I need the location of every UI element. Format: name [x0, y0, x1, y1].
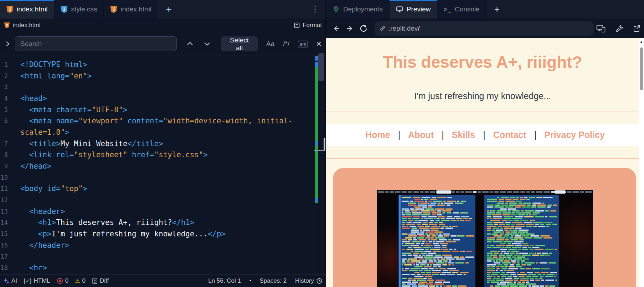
- line-number: 3: [0, 83, 8, 91]
- line-number: 8: [0, 151, 8, 158]
- new-tab-button[interactable]: +: [491, 5, 503, 14]
- tab-index-html[interactable]: 5 index.html: [0, 0, 55, 19]
- code-text: <title>My Mini Website</title>: [8, 139, 163, 148]
- indentation-setting[interactable]: Spaces: 2: [259, 277, 287, 285]
- tab-label: style.css: [71, 5, 97, 13]
- warnings-status[interactable]: ⚠ 0: [75, 277, 86, 285]
- code-text: <h1>This deserves A+, riiight?</h1>: [8, 218, 194, 227]
- code-line[interactable]: 4<head>: [0, 93, 326, 104]
- nav-link-skills[interactable]: Skills: [452, 130, 475, 140]
- editor-tabbar: 5 index.html 3 style.css 5 index.html + …: [0, 0, 326, 19]
- css-file-icon: 3: [61, 6, 68, 13]
- code-editor[interactable]: 1<!DOCTYPE html>2<html lang="en">34<head…: [0, 56, 326, 274]
- scroll-up-arrow-icon[interactable]: ▲: [639, 40, 643, 44]
- html-file-icon: 5: [4, 22, 10, 29]
- preview-scrollbar-thumb[interactable]: [640, 47, 643, 90]
- close-search-icon[interactable]: ✕: [316, 40, 322, 48]
- code-line[interactable]: 1<!DOCTYPE html>: [0, 59, 326, 70]
- code-line[interactable]: 18 <hr>: [0, 262, 326, 273]
- code-text: <head>: [8, 94, 47, 103]
- code-text: <meta name="viewport" content="width=dev…: [8, 117, 293, 125]
- tab-deployments[interactable]: Deployments: [326, 0, 390, 19]
- code-line[interactable]: 12: [0, 194, 326, 206]
- code-line[interactable]: 9</head>: [0, 160, 326, 172]
- whole-word-toggle[interactable]: am: [298, 41, 308, 47]
- code-line[interactable]: 13 <header>: [0, 206, 326, 217]
- back-icon[interactable]: [332, 25, 341, 32]
- ai-status[interactable]: AI: [4, 277, 17, 285]
- new-tab-button[interactable]: +: [163, 5, 174, 14]
- code-text: <link rel="stylesheet" href="style.css">: [8, 150, 208, 159]
- history-label: History: [295, 277, 314, 285]
- code-line[interactable]: scale=1.0">: [0, 127, 326, 138]
- format-button[interactable]: Format: [294, 22, 322, 29]
- forward-icon[interactable]: [346, 25, 354, 32]
- next-match-icon[interactable]: [203, 41, 211, 46]
- url-field[interactable]: .replit.dev/: [375, 21, 594, 36]
- code-text: scale=1.0">: [8, 128, 69, 137]
- warning-count: 0: [82, 277, 86, 285]
- open-external-icon[interactable]: [633, 25, 640, 32]
- tab-preview[interactable]: Preview: [390, 0, 438, 19]
- url-text: .replit.dev/: [388, 25, 420, 32]
- monitor-icon: [396, 6, 403, 13]
- toggle-replace-chevron-icon[interactable]: [5, 41, 10, 47]
- tabbar-filler: + ⋮: [158, 0, 326, 19]
- code-line[interactable]: 11<body id="top">: [0, 183, 326, 195]
- search-input[interactable]: [15, 36, 177, 51]
- code-line[interactable]: 17: [0, 251, 326, 262]
- code-line[interactable]: 16 </header>: [0, 240, 326, 251]
- code-line[interactable]: 5 <meta charset="UTF-8">: [0, 104, 326, 116]
- code-line[interactable]: 7 <title>My Mini Website</title>: [0, 138, 326, 149]
- devtools-devices-icon[interactable]: [596, 25, 606, 32]
- nav-link-contact[interactable]: Contact: [493, 130, 526, 140]
- line-number: 11: [0, 185, 8, 192]
- ruler-marker: [315, 198, 318, 202]
- code-line[interactable]: 6 <meta name="viewport" content="width=d…: [0, 115, 326, 127]
- errors-status[interactable]: 0: [57, 277, 68, 285]
- diff-status[interactable]: Diff: [92, 277, 109, 285]
- code-line[interactable]: 15 <p>I'm just refreshing my knowledge..…: [0, 228, 326, 240]
- error-icon: [57, 278, 63, 284]
- line-number: 15: [0, 230, 8, 237]
- previous-match-icon[interactable]: [186, 41, 194, 46]
- code-line[interactable]: 10: [0, 172, 326, 183]
- line-number: 17: [0, 253, 8, 260]
- ai-sparkles-icon: [4, 278, 9, 284]
- nav-link-privacy-policy[interactable]: Privacy Policy: [544, 130, 605, 140]
- addressbar-tools: [594, 25, 640, 32]
- preview-scrollbar-track[interactable]: ▲: [639, 38, 644, 287]
- select-all-button[interactable]: Select all: [221, 36, 257, 51]
- wrench-icon[interactable]: [615, 25, 623, 32]
- code-line[interactable]: 14 <h1>This deserves A+, riiight?</h1>: [0, 217, 326, 229]
- tab-options-kebab-icon[interactable]: ⋮: [309, 5, 321, 14]
- tab-index-html-2[interactable]: 5 index.html: [104, 0, 158, 19]
- code-text: <html lang="en">: [8, 72, 92, 80]
- cursor-position[interactable]: Ln 56, Col 1: [208, 277, 241, 285]
- line-number: 1: [0, 61, 8, 68]
- search-widget: Select all Aa /*/ am ✕: [0, 32, 326, 56]
- breadcrumb: 5 index.html Format: [0, 19, 326, 32]
- match-case-toggle[interactable]: Aa: [266, 40, 274, 48]
- code-text: <header>: [8, 207, 65, 216]
- editor-pane: 5 index.html 3 style.css 5 index.html + …: [0, 0, 326, 287]
- nav-link-home[interactable]: Home: [365, 130, 390, 140]
- page-title: This deserves A+, riiight?: [326, 52, 639, 72]
- reload-icon[interactable]: [359, 24, 368, 33]
- code-text: </header>: [8, 241, 69, 250]
- code-text: <body id="top">: [8, 184, 87, 193]
- bullet-icon: •: [249, 278, 251, 283]
- browser-addressbar: .replit.dev/: [326, 19, 644, 38]
- tab-console[interactable]: >_ Console: [437, 0, 486, 19]
- editor-scrollbar-thumb[interactable]: [318, 53, 324, 81]
- regex-toggle[interactable]: /*/: [283, 40, 289, 48]
- tab-style-css[interactable]: 3 style.css: [55, 0, 104, 19]
- language-status[interactable]: {✓} HTML: [24, 277, 50, 285]
- code-line[interactable]: 3: [0, 81, 326, 93]
- tab-label: Deployments: [343, 5, 383, 13]
- code-line[interactable]: 8 <link rel="stylesheet" href="style.css…: [0, 149, 326, 161]
- nav-link-about[interactable]: About: [408, 130, 434, 140]
- line-number: 6: [0, 117, 8, 124]
- history-button[interactable]: History: [295, 277, 323, 285]
- code-line[interactable]: 2<html lang="en">: [0, 70, 326, 82]
